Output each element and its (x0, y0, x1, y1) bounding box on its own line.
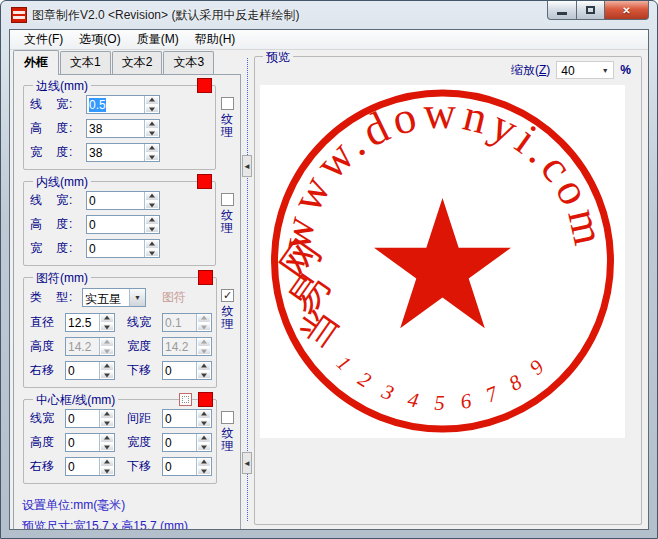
spin-up-icon[interactable] (100, 314, 114, 323)
spin-up-icon[interactable] (197, 458, 211, 467)
spin-up-icon[interactable] (197, 362, 211, 371)
center-height-input[interactable]: 0 (65, 433, 115, 452)
zoom-select[interactable]: 40 ▼ (556, 61, 614, 79)
symbol-down-offset-label: 下移 (127, 362, 159, 379)
spin-down-icon[interactable] (100, 443, 114, 452)
menu-quality[interactable]: 质量(M) (129, 29, 187, 50)
border-width-input[interactable]: 38 (86, 143, 160, 162)
inner-texture-checkbox[interactable] (221, 193, 234, 206)
center-pattern-button[interactable] (179, 393, 192, 406)
spinner (144, 240, 159, 257)
svg-text:1 2 3 4 5 6 7 8 9: 1 2 3 4 5 6 7 8 9 (332, 351, 553, 415)
spin-down-icon[interactable] (100, 467, 114, 476)
spinner (99, 458, 114, 475)
spin-down-icon[interactable] (197, 467, 211, 476)
border-color-swatch[interactable] (197, 78, 212, 93)
inner-linewidth-label: 线 宽: (30, 192, 86, 209)
inner-width-input[interactable]: 0 (86, 239, 160, 258)
spinner (99, 434, 114, 451)
spin-down-icon (197, 347, 211, 356)
spin-down-icon[interactable] (100, 419, 114, 428)
zoom-label: 缩放(Z) (511, 62, 550, 79)
center-linewidth-input[interactable]: 0 (65, 409, 115, 428)
preview-title: 预览 (263, 50, 293, 66)
menu-help[interactable]: 帮助(H) (187, 29, 244, 50)
border-linewidth-input[interactable]: 0.5 (86, 95, 160, 114)
spin-down-icon (100, 347, 114, 356)
inner-width-label: 宽 度: (30, 240, 86, 257)
splitter-collapse-top-icon[interactable]: ◄ (242, 155, 252, 177)
zoom-control: 缩放(Z) 40 ▼ % (511, 61, 631, 79)
spin-up-icon (100, 338, 114, 347)
spin-up-icon[interactable] (145, 144, 159, 153)
spin-down-icon[interactable] (100, 323, 114, 332)
inner-height-label: 高 度: (30, 216, 86, 233)
center-down-offset-input[interactable]: 0 (162, 457, 212, 476)
splitter-collapse-bottom-icon[interactable]: ◄ (242, 452, 252, 474)
tab-text3[interactable]: 文本3 (163, 51, 214, 74)
spinner (99, 410, 114, 427)
inner-linewidth-input[interactable]: 0 (86, 191, 160, 210)
spin-down-icon[interactable] (197, 371, 211, 380)
window-frame: 文件(F) 选项(O) 质量(M) 帮助(H) 外框 文本1 文本2 文本3 (9, 29, 649, 530)
maximize-button[interactable] (577, 1, 605, 20)
menu-options[interactable]: 选项(O) (71, 29, 128, 50)
inner-color-swatch[interactable] (197, 174, 212, 189)
center-linewidth-label: 线宽 (30, 410, 62, 427)
menu-file[interactable]: 文件(F) (16, 29, 71, 50)
spin-up-icon[interactable] (100, 362, 114, 371)
close-button[interactable]: ✕ (605, 1, 649, 20)
spinner (144, 96, 159, 113)
dropdown-arrow-icon[interactable]: ▼ (129, 289, 145, 306)
tab-text2[interactable]: 文本2 (112, 51, 163, 74)
spin-down-icon[interactable] (145, 105, 159, 114)
spin-up-icon[interactable] (197, 434, 211, 443)
spin-up-icon[interactable] (145, 96, 159, 105)
stamp-star (374, 198, 511, 328)
stamp-image: www.downyi.com 1 2 3 4 5 6 7 8 9 网 易 当 (260, 85, 625, 438)
center-gap-input[interactable]: 0 (162, 409, 212, 428)
symbol-down-offset-input[interactable]: 0 (162, 361, 212, 380)
spin-up-icon[interactable] (145, 192, 159, 201)
spin-down-icon[interactable] (145, 201, 159, 210)
symbol-diameter-input[interactable]: 12.5 (65, 313, 115, 332)
symbol-color-swatch[interactable] (198, 270, 213, 285)
inner-height-input[interactable]: 0 (86, 215, 160, 234)
tab-outer-frame[interactable]: 外框 (13, 50, 59, 75)
border-texture-checkbox[interactable] (221, 97, 234, 110)
spin-up-icon[interactable] (100, 434, 114, 443)
titlebar[interactable]: 图章制作V2.0 <Revision> (默认采用中反走样绘制) ✕ (1, 1, 657, 29)
spin-down-icon[interactable] (145, 225, 159, 234)
symbol-texture-checkbox[interactable]: ✓ (221, 289, 234, 302)
center-color-swatch[interactable] (198, 392, 213, 407)
stamp-canvas[interactable]: www.downyi.com 1 2 3 4 5 6 7 8 9 网 易 当 (260, 85, 625, 438)
spinner (99, 362, 114, 379)
spin-up-icon[interactable] (145, 120, 159, 129)
spin-up-icon[interactable] (197, 410, 211, 419)
spin-up-icon[interactable] (100, 410, 114, 419)
center-right-offset-input[interactable]: 0 (65, 457, 115, 476)
spin-down-icon[interactable] (145, 249, 159, 258)
symbol-type-label: 类 型: (30, 289, 82, 306)
spin-up-icon[interactable] (145, 216, 159, 225)
dropdown-arrow-icon[interactable]: ▼ (597, 62, 613, 78)
center-width-input[interactable]: 0 (162, 433, 212, 452)
symbol-linewidth-input: 0.1 (162, 313, 212, 332)
border-height-label: 高 度: (30, 120, 86, 137)
border-height-input[interactable]: 38 (86, 119, 160, 138)
spin-down-icon[interactable] (197, 419, 211, 428)
spin-up-icon[interactable] (100, 458, 114, 467)
spin-down-icon[interactable] (145, 129, 159, 138)
spin-up-icon[interactable] (145, 240, 159, 249)
symbol-type-select[interactable]: 实五星 ▼ (82, 288, 146, 307)
spin-down-icon[interactable] (197, 443, 211, 452)
spin-down-icon[interactable] (145, 153, 159, 162)
app-icon (11, 7, 27, 23)
maximize-icon (586, 6, 595, 14)
symbol-right-offset-input[interactable]: 0 (65, 361, 115, 380)
minimize-button[interactable] (547, 1, 577, 20)
panel-splitter[interactable]: ◄ ◄ (241, 50, 254, 529)
center-texture-checkbox[interactable] (221, 411, 234, 424)
spin-down-icon[interactable] (100, 371, 114, 380)
tab-text1[interactable]: 文本1 (60, 51, 111, 74)
